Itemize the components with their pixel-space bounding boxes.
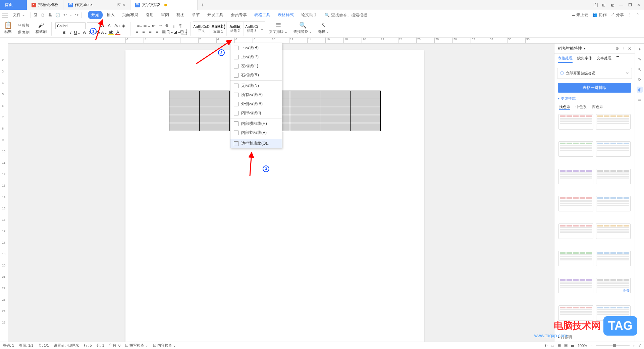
style-h3[interactable]: AaBbC(标题 3 — [244, 22, 260, 36]
status-content-check[interactable]: ☑ 内容检查 ⌄ — [153, 343, 176, 348]
ribbon-tab-start[interactable]: 开始 — [88, 11, 103, 19]
table-style-thumb[interactable] — [558, 251, 593, 266]
table-style-thumb[interactable] — [596, 141, 631, 157]
distribute-icon[interactable]: ▤ — [161, 29, 166, 35]
status-position[interactable]: 设置值: 4.8厘米 — [54, 343, 79, 348]
border-all-item[interactable]: 所有框线(A) — [230, 90, 282, 99]
ribbon-tab-references[interactable]: 引用 — [142, 11, 157, 19]
style-more-icon[interactable]: ⌄ — [260, 27, 265, 31]
border-none-item[interactable]: 无框线(N) — [230, 81, 282, 90]
clear-format-icon[interactable]: ◈ — [121, 23, 126, 29]
table-style-thumb[interactable] — [596, 223, 631, 239]
table-style-thumb[interactable] — [596, 114, 631, 130]
zoom-in-icon[interactable]: + — [633, 344, 635, 348]
minimize-button[interactable]: — — [619, 2, 624, 8]
zoom-out-icon[interactable]: − — [590, 344, 592, 348]
text-layout-button[interactable]: 文字排版⌄ — [268, 29, 288, 35]
search-input[interactable] — [331, 13, 371, 17]
print-icon[interactable]: 🖶 — [48, 12, 53, 18]
table-style-thumb[interactable] — [558, 223, 593, 239]
shading-icon[interactable]: ◢⌄ — [174, 29, 180, 35]
table-style-thumb[interactable] — [596, 169, 631, 184]
table-style-thumb[interactable] — [558, 169, 593, 184]
share-button[interactable]: ↗ 分享 — [611, 12, 624, 18]
border-right-item[interactable]: 右框线(R) — [230, 70, 282, 80]
menu-file[interactable]: 文件 ⌄ — [10, 11, 28, 18]
ribbon-tab-dev[interactable]: 开发工具 — [204, 11, 227, 19]
side-tab-fonts[interactable]: 缺失字体 — [577, 56, 592, 63]
find-icon[interactable]: 🔍 — [300, 22, 306, 28]
fit-page-icon[interactable]: ⤢ — [638, 343, 641, 348]
side-tab-table[interactable]: 表格处理 — [558, 56, 573, 63]
coop-button[interactable]: 👥 协作 — [592, 12, 606, 18]
bold-icon[interactable]: B — [61, 30, 67, 35]
save-icon[interactable]: 🖫 — [33, 12, 38, 18]
copy-button[interactable]: 🗐 复制 — [17, 29, 31, 36]
print-preview-icon[interactable]: 🗋 — [40, 12, 46, 18]
ribbon-tab-thesis[interactable]: 论文助手 — [298, 11, 321, 19]
undo-icon[interactable]: ↶ — [62, 12, 68, 18]
tab-pin-icon[interactable]: ⇱ — [117, 3, 121, 7]
table-style-thumb[interactable] — [558, 141, 593, 157]
rail-refresh-icon[interactable]: ⟳ — [637, 77, 643, 83]
rail-book-icon[interactable]: ▭ — [637, 97, 643, 103]
subtab-medium[interactable]: 中色系 — [576, 104, 587, 110]
close-panel-icon[interactable]: ✕ — [628, 46, 631, 51]
ribbon-tab-chapter[interactable]: 章节 — [189, 11, 203, 19]
tab-home[interactable]: 首页 — [0, 0, 27, 10]
table-style-thumb[interactable] — [558, 114, 593, 130]
vertical-ruler[interactable]: 2345678910111213141516171819202122232425 — [0, 44, 8, 342]
view-eye-icon[interactable]: 👁 — [544, 344, 547, 348]
ribbon-tab-table-tools[interactable]: 表格工具 — [251, 11, 274, 19]
view-read-icon[interactable]: ▭ — [551, 343, 554, 348]
line-spacing-icon[interactable]: ⇅⌄ — [168, 29, 173, 35]
sort-icon[interactable]: ⚞ — [164, 23, 170, 29]
status-section[interactable]: 节: 1/1 — [38, 343, 49, 348]
outdent-icon[interactable]: ⇤ — [151, 23, 156, 29]
undo-history-icon[interactable]: 🕘 — [55, 12, 60, 18]
shrink-font-icon[interactable]: A⁻ — [108, 23, 113, 29]
collapse-ribbon-icon[interactable]: ⌃ — [636, 13, 639, 17]
new-tab-button[interactable]: + — [198, 0, 208, 10]
border-bottom-item[interactable]: 下框线(B) — [230, 43, 282, 52]
ribbon-tab-insert[interactable]: 插入 — [103, 11, 118, 19]
subtab-light[interactable]: 浅色系 — [559, 104, 570, 110]
border-inner-h-item[interactable]: 内部横框线(H) — [230, 119, 282, 128]
rail-settings-icon[interactable]: ◎ — [637, 87, 643, 93]
tab-doc2[interactable]: 文字文稿2 — [130, 0, 198, 10]
status-page-num[interactable]: 页码: 1 — [3, 343, 14, 348]
paste-icon[interactable]: 📋 — [5, 22, 11, 28]
table-style-thumb[interactable] — [558, 278, 593, 293]
subtab-dark[interactable]: 深色系 — [592, 104, 603, 110]
indent-icon[interactable]: ⇥ — [158, 23, 163, 29]
status-words[interactable]: 字数: 0 — [109, 343, 120, 348]
status-col[interactable]: 列: 1 — [97, 343, 104, 348]
side-tab-text[interactable]: 文字处理 — [597, 56, 611, 63]
cloud-status[interactable]: ☁ 未上云 — [571, 12, 588, 18]
style-h2[interactable]: AaBb(标题 2 — [227, 22, 244, 36]
table-style-thumb[interactable] — [558, 196, 593, 211]
close-window-button[interactable]: ✕ — [636, 2, 641, 8]
table-style-thumb[interactable] — [596, 196, 631, 211]
change-case-icon[interactable]: Aa — [114, 23, 120, 29]
style-gallery[interactable]: AaBbCcD正文 AaBb(标题 1 AaBb(标题 2 AaBbC(标题 3… — [193, 21, 265, 36]
ribbon-tab-view[interactable]: 视图 — [173, 11, 188, 19]
style-h1[interactable]: AaBb(标题 1 — [210, 22, 227, 36]
table-style-thumb[interactable] — [596, 251, 631, 266]
bullets-icon[interactable]: ≡⌄ — [138, 23, 143, 29]
line-spacing-before-icon[interactable]: ↨ — [171, 23, 176, 29]
border-dialog-item[interactable]: 边框和底纹(O)... — [230, 139, 282, 148]
format-brush-button[interactable]: 格式刷 — [35, 29, 48, 35]
tab-close-icon[interactable]: ✕ — [122, 3, 125, 7]
align-justify-icon[interactable]: ≡ — [154, 29, 160, 35]
tab-template[interactable]: 找稻壳模板 — [27, 0, 63, 10]
status-pages[interactable]: 页面: 1/1 — [19, 343, 33, 348]
status-line[interactable]: 行: 5 — [84, 343, 92, 348]
rail-pen-icon[interactable]: ✎ — [637, 56, 643, 62]
border-top-item[interactable]: 上框线(P) — [230, 52, 282, 61]
text-layout-icon[interactable]: ☰ — [276, 22, 281, 28]
select-button[interactable]: 选择⌄ — [317, 29, 330, 35]
superscript-icon[interactable]: X² — [88, 30, 94, 35]
ribbon-tab-layout[interactable]: 页面布局 — [119, 11, 142, 19]
border-inner-item[interactable]: 内部框线(I) — [230, 108, 282, 117]
